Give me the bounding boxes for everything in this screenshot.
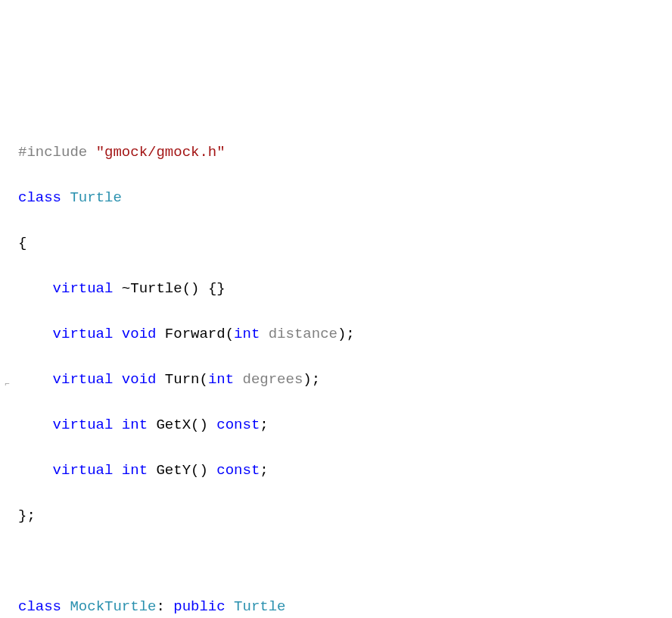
code-editor[interactable]: ⌐ #include "gmock/gmock.h" class Turtle … <box>0 91 672 618</box>
code-line <box>0 550 672 573</box>
code-line: }; <box>0 504 672 527</box>
code-line: class MockTurtle: public Turtle <box>0 595 672 618</box>
code-line: virtual void Turn(int degrees); <box>0 368 672 391</box>
code-line: virtual int GetX() const; <box>0 414 672 436</box>
code-line: class Turtle <box>0 186 672 209</box>
code-line: virtual int GetY() const; <box>0 459 672 482</box>
code-line: { <box>0 232 672 254</box>
preproc-include: #include <box>18 144 87 161</box>
code-line: virtual void Forward(int distance); <box>0 323 672 345</box>
code-line: virtual ~Turtle() {} <box>0 277 672 300</box>
code-line: #include "gmock/gmock.h" <box>0 141 672 164</box>
collapse-marker-icon: ⌐ <box>5 373 10 395</box>
include-path: "gmock/gmock.h" <box>96 144 226 161</box>
